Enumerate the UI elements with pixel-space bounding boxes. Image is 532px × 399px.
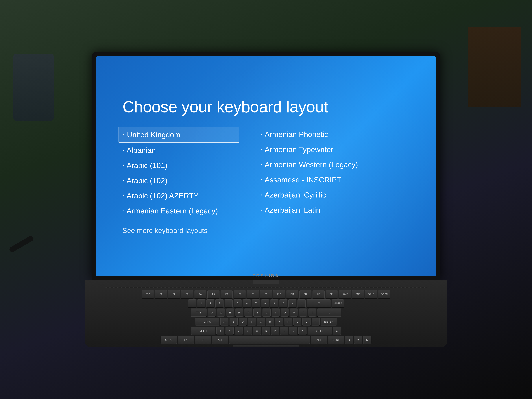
key-equals[interactable]: =	[298, 299, 305, 307]
key-y[interactable]: Y	[253, 309, 261, 317]
key-f10[interactable]: F10	[273, 290, 285, 298]
key-n[interactable]: N	[262, 327, 270, 335]
key-c[interactable]: C	[235, 327, 243, 335]
key-0[interactable]: 0	[279, 299, 287, 307]
key-i[interactable]: I	[272, 309, 280, 317]
layout-item-armenian-phonetic[interactable]: • Armenian Phonetic	[261, 127, 377, 142]
key-ins[interactable]: INS	[312, 290, 325, 298]
key-backslash[interactable]: \	[317, 309, 341, 317]
key-4[interactable]: 4	[225, 299, 233, 307]
key-left[interactable]: ◀	[345, 336, 353, 344]
key-end[interactable]: END	[352, 290, 364, 298]
key-m[interactable]: M	[271, 327, 279, 335]
key-o[interactable]: O	[281, 309, 289, 317]
key-f7[interactable]: F7	[234, 290, 246, 298]
key-5[interactable]: 5	[234, 299, 242, 307]
key-f2[interactable]: F2	[168, 290, 180, 298]
key-s[interactable]: S	[229, 318, 238, 326]
key-f12[interactable]: F12	[299, 290, 311, 298]
key-ctrl[interactable]: CTRL	[161, 336, 177, 344]
key-h[interactable]: H	[266, 318, 274, 326]
layout-item-albanian[interactable]: • Albanian	[123, 143, 239, 158]
key-fn[interactable]: FN	[178, 336, 194, 344]
key-r[interactable]: R	[235, 309, 243, 317]
key-semicolon[interactable]: ;	[303, 318, 310, 326]
asdf-row: CAPS A S D F G H J K L ; ' ENTER	[93, 318, 439, 326]
laptop: Choose your keyboard layout • United Kin…	[78, 52, 454, 347]
key-f3[interactable]: F3	[181, 290, 193, 298]
key-f[interactable]: F	[248, 318, 256, 326]
key-pgup[interactable]: PG UP	[365, 290, 377, 298]
key-home[interactable]: HOME	[339, 290, 351, 298]
key-up[interactable]: ▲	[333, 327, 341, 335]
key-f5[interactable]: F5	[207, 290, 220, 298]
see-more-layouts-link[interactable]: See more keyboard layouts	[123, 227, 239, 234]
key-altgr[interactable]: ALT	[311, 336, 327, 344]
key-esc[interactable]: ESC	[142, 290, 154, 298]
key-del[interactable]: DEL	[326, 290, 338, 298]
key-f6[interactable]: F6	[221, 290, 233, 298]
key-w[interactable]: W	[217, 309, 225, 317]
key-comma[interactable]: ,	[280, 327, 288, 335]
key-backspace[interactable]: ⌫	[307, 299, 331, 307]
key-right[interactable]: ▶	[363, 336, 371, 344]
key-3[interactable]: 3	[215, 299, 223, 307]
key-l[interactable]: L	[293, 318, 301, 326]
key-caps[interactable]: CAPS	[195, 318, 219, 326]
key-8[interactable]: 8	[261, 299, 269, 307]
key-lbracket[interactable]: [	[299, 309, 307, 317]
key-quote[interactable]: '	[312, 318, 320, 326]
key-num-lock[interactable]: NUM LK	[332, 299, 344, 307]
key-period[interactable]: .	[289, 327, 297, 335]
key-f4[interactable]: F4	[194, 290, 206, 298]
key-backtick[interactable]: `	[188, 299, 196, 307]
key-q[interactable]: Q	[208, 309, 216, 317]
key-f11[interactable]: F11	[286, 290, 298, 298]
key-v[interactable]: V	[244, 327, 252, 335]
key-z[interactable]: Z	[216, 327, 224, 335]
key-j[interactable]: J	[275, 318, 283, 326]
key-f8[interactable]: F8	[247, 290, 259, 298]
key-7[interactable]: 7	[252, 299, 260, 307]
layout-item-armenian-typewriter[interactable]: • Armenian Typewriter	[261, 142, 377, 157]
key-g[interactable]: G	[257, 318, 265, 326]
key-t[interactable]: T	[244, 309, 252, 317]
key-minus[interactable]: -	[288, 299, 297, 307]
layout-item-arabic-102[interactable]: • Arabic (102)	[123, 173, 239, 188]
key-rbracket[interactable]: ]	[308, 309, 316, 317]
layout-item-arabic-101[interactable]: • Arabic (101)	[123, 158, 239, 173]
key-6[interactable]: 6	[243, 299, 251, 307]
layout-item-azerbaijani-cyrillic[interactable]: • Azerbaijani Cyrillic	[261, 187, 377, 203]
key-tab[interactable]: TAB	[191, 309, 207, 317]
key-rctrl[interactable]: CTRL	[328, 336, 344, 344]
layout-item-united-kingdom[interactable]: • United Kingdom	[119, 127, 239, 143]
key-space[interactable]	[229, 336, 310, 344]
touchpad[interactable]	[233, 345, 299, 347]
key-f9[interactable]: F9	[260, 290, 272, 298]
key-win[interactable]: ⊞	[195, 336, 211, 344]
key-a[interactable]: A	[220, 318, 228, 326]
layout-item-assamese[interactable]: • Assamese - INSCRIPT	[261, 172, 377, 187]
key-e[interactable]: E	[226, 309, 234, 317]
key-2[interactable]: 2	[206, 299, 214, 307]
key-lshift[interactable]: SHIFT	[191, 327, 215, 335]
key-x[interactable]: X	[226, 327, 234, 335]
key-down[interactable]: ▼	[354, 336, 362, 344]
key-d[interactable]: D	[239, 318, 247, 326]
key-p[interactable]: P	[290, 309, 298, 317]
layout-item-arabic-102-azerty[interactable]: • Arabic (102) AZERTY	[123, 188, 239, 203]
key-pgdn[interactable]: PG DN	[378, 290, 390, 298]
key-9[interactable]: 9	[270, 299, 278, 307]
key-enter[interactable]: ENTER	[321, 318, 337, 326]
layout-item-armenian-eastern[interactable]: • Armenian Eastern (Legacy)	[123, 203, 239, 218]
key-alt[interactable]: ALT	[212, 336, 228, 344]
key-k[interactable]: K	[284, 318, 292, 326]
key-rshift[interactable]: SHIFT	[308, 327, 332, 335]
key-b[interactable]: B	[253, 327, 261, 335]
key-1[interactable]: 1	[197, 299, 205, 307]
key-slash[interactable]: /	[298, 327, 306, 335]
key-u[interactable]: U	[263, 309, 271, 317]
layout-item-armenian-western[interactable]: • Armenian Western (Legacy)	[261, 157, 377, 172]
key-f1[interactable]: F1	[155, 290, 167, 298]
layout-item-azerbaijani-latin[interactable]: • Azerbaijani Latin	[261, 203, 377, 218]
